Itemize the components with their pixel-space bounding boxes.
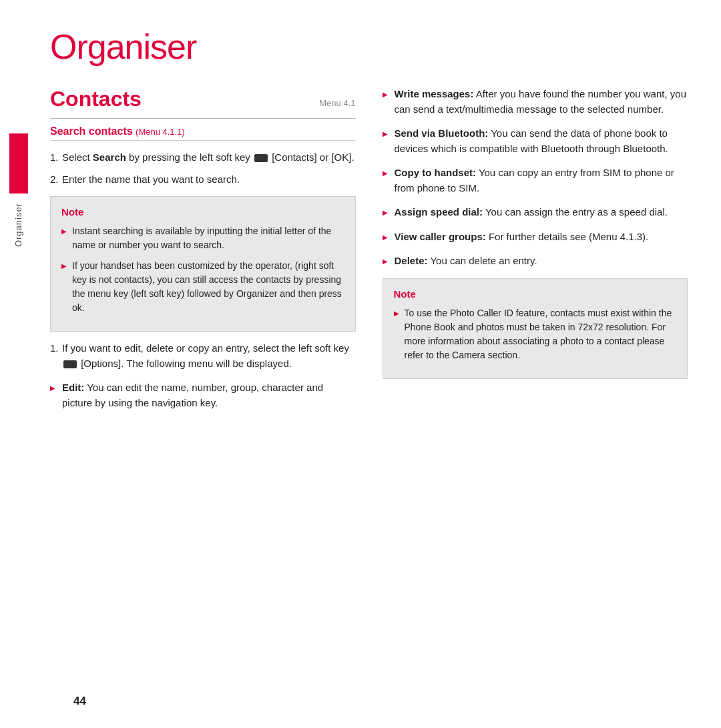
note-item-1: Instant searching is available by inputt… [61, 224, 344, 252]
option-delete: Delete: You can delete an entry. [383, 254, 688, 269]
page-title: Organiser [50, 27, 688, 67]
options-list-left: Edit: You can edit the name, number, gro… [50, 380, 356, 410]
sidebar-label: Organiser [13, 203, 23, 247]
note-title-2: Note [394, 288, 677, 300]
header-divider [50, 118, 356, 119]
sidebar: Organiser [0, 0, 37, 728]
contacts-header: Contacts Menu 4.1 [50, 87, 356, 111]
view-caller-groups-bold: View caller groups: [395, 231, 486, 242]
steps-list-2: If you want to edit, delete or copy an e… [50, 341, 356, 371]
right-column: Write messages: After you have found the… [383, 87, 688, 420]
note-list-1: Instant searching is available by inputt… [61, 224, 344, 315]
write-messages-bold: Write messages: [395, 88, 474, 99]
note-list-2: To use the Photo Caller ID feature, cont… [394, 306, 677, 362]
search-contacts-menu-ref: (Menu 4.1.1) [136, 127, 185, 137]
option-assign-speed-dial: Assign speed dial: You can assign the en… [383, 205, 688, 220]
main-content: Organiser Contacts Menu 4.1 Search conta… [37, 0, 721, 728]
delete-bold: Delete: [395, 255, 428, 266]
step-3: If you want to edit, delete or copy an e… [50, 341, 356, 371]
option-edit-bold: Edit: [62, 382, 84, 393]
assign-speed-dial-bold: Assign speed dial: [395, 206, 483, 218]
soft-key-icon-2 [63, 360, 77, 368]
page-number: 44 [73, 695, 86, 708]
option-write-messages: Write messages: After you have found the… [383, 87, 688, 117]
note-box-1: Note Instant searching is available by i… [50, 196, 356, 332]
contacts-menu-ref: Menu 4.1 [319, 98, 355, 108]
step-1-bold: Search [93, 151, 126, 163]
contacts-title: Contacts [50, 87, 142, 111]
options-list-right: Write messages: After you have found the… [383, 87, 688, 269]
note-box-2: Note To use the Photo Caller ID feature,… [383, 278, 688, 379]
two-col-layout: Contacts Menu 4.1 Search contacts (Menu … [50, 87, 688, 420]
note-title-1: Note [61, 206, 344, 218]
left-column: Contacts Menu 4.1 Search contacts (Menu … [50, 87, 356, 420]
sidebar-bar [9, 133, 28, 194]
option-view-caller-groups: View caller groups: For further details … [383, 230, 688, 245]
search-contacts-header: Search contacts (Menu 4.1.1) [50, 125, 356, 141]
option-send-bluetooth: Send via Bluetooth: You can send the dat… [383, 126, 688, 156]
page-container: Organiser Organiser Contacts Menu 4.1 Se… [0, 0, 721, 728]
copy-handset-bold: Copy to handset: [395, 167, 477, 178]
option-edit: Edit: You can edit the name, number, gro… [50, 380, 356, 410]
search-contacts-title: Search contacts (Menu 4.1.1) [50, 125, 185, 137]
send-bluetooth-bold: Send via Bluetooth: [395, 127, 489, 139]
steps-list: Select Search by pressing the left soft … [50, 150, 356, 187]
step-1: Select Search by pressing the left soft … [50, 150, 356, 165]
soft-key-icon-1 [254, 154, 268, 162]
option-copy-handset: Copy to handset: You can copy an entry f… [383, 165, 688, 196]
step-2: Enter the name that you want to search. [50, 172, 356, 188]
note-item-2: If your handset has been customized by t… [61, 259, 344, 315]
note-2-item-1: To use the Photo Caller ID feature, cont… [394, 306, 677, 362]
